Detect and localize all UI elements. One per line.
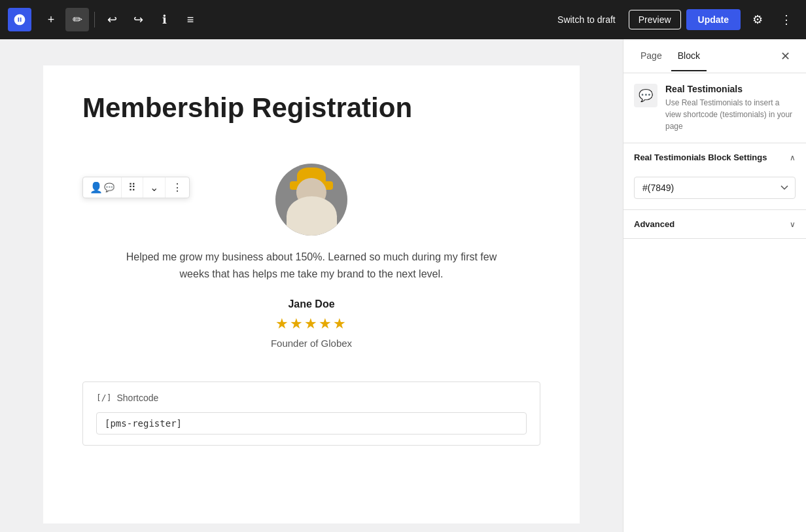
toolbar-divider-1 [94, 12, 95, 27]
tab-page[interactable]: Page [634, 41, 669, 71]
block-toolbar: 👤 💬 ⠿ ⌄ ⋮ [82, 177, 190, 198]
more-icon: ⋮ [172, 181, 183, 194]
block-settings-panel: Real Testimonials Block Settings ∧ #(784… [623, 143, 806, 210]
block-info-text: Real Testimonials Use Real Testimonials … [665, 84, 796, 132]
undo-button[interactable]: ↩ [100, 8, 124, 31]
shortcode-block: [/] Shortcode [82, 381, 540, 446]
shortcode-header: [/] Shortcode [96, 393, 527, 403]
page-title[interactable]: Membership Registration [82, 92, 540, 124]
block-info-section: 💬 Real Testimonials Use Real Testimonial… [623, 73, 806, 143]
testimonial-author-name: Jane Doe [82, 298, 540, 310]
drag-icon: ⠿ [128, 181, 136, 194]
chevron-down-icon: ⌄ [150, 181, 158, 194]
edit-tool-button[interactable]: ✏ [65, 8, 89, 31]
sidebar-close-button[interactable]: ✕ [775, 46, 796, 67]
block-settings-panel-body: #(7849) #(7850) #(7851) [623, 171, 806, 209]
avatar-image [275, 164, 347, 236]
testimonial-quote: Helped me grow my business about 150%. L… [122, 249, 501, 282]
sidebar-tabs: Page Block ✕ [623, 39, 806, 73]
testimonial-stars: ★★★★★ [82, 315, 540, 332]
comment-bubble-icon: 💬 [639, 88, 653, 103]
shortcode-label: Shortcode [116, 393, 158, 403]
main-toolbar: + ✏ ↩ ↪ ℹ ≡ Switch to draft Preview Upda… [0, 0, 806, 39]
advanced-chevron-icon: ∨ [790, 220, 796, 229]
comment-icon: 💬 [104, 183, 114, 192]
block-type-icon: 💬 [634, 84, 657, 107]
testimonial-view-select[interactable]: #(7849) #(7850) #(7851) [634, 177, 796, 199]
redo-button[interactable]: ↪ [126, 8, 150, 31]
info-button[interactable]: ℹ [152, 8, 176, 31]
update-button[interactable]: Update [686, 9, 741, 30]
shortcode-input[interactable] [96, 412, 527, 434]
editor-content: 👤 💬 ⠿ ⌄ ⋮ Membership Registration [43, 65, 580, 523]
preview-button[interactable]: Preview [629, 10, 681, 29]
block-person-icon-button[interactable]: 👤 💬 [83, 177, 122, 198]
switch-to-draft-button[interactable]: Switch to draft [550, 10, 623, 29]
block-move-down-button[interactable]: ⌄ [143, 177, 166, 198]
add-block-button[interactable]: + [39, 8, 63, 31]
avatar-body [287, 196, 337, 236]
editor-area: 👤 💬 ⠿ ⌄ ⋮ Membership Registration [0, 39, 623, 532]
shortcode-bracket-icon: [/] [96, 393, 111, 402]
block-settings-panel-header[interactable]: Real Testimonials Block Settings ∧ [623, 143, 806, 171]
tab-block[interactable]: Block [671, 41, 707, 71]
block-settings-chevron-icon: ∧ [790, 153, 796, 162]
block-drag-handle[interactable]: ⠿ [122, 177, 143, 198]
advanced-panel-title: Advanced [634, 219, 675, 229]
block-info-desc: Use Real Testimonials to insert a view s… [665, 97, 796, 132]
advanced-panel-header[interactable]: Advanced ∨ [623, 210, 806, 238]
more-options-button[interactable]: ⋮ [775, 8, 798, 31]
advanced-panel: Advanced ∨ [623, 210, 806, 239]
testimonial-author-role: Founder of Globex [82, 338, 540, 349]
block-settings-panel-title: Real Testimonials Block Settings [634, 152, 767, 162]
wp-logo[interactable] [8, 8, 31, 31]
block-more-options-button[interactable]: ⋮ [166, 177, 189, 198]
person-icon: 👤 [90, 181, 103, 194]
right-sidebar: Page Block ✕ 💬 Real Testimonials Use Rea… [623, 39, 806, 532]
settings-button[interactable]: ⚙ [746, 8, 769, 31]
block-info-title: Real Testimonials [665, 84, 796, 94]
list-view-button[interactable]: ≡ [179, 8, 202, 31]
avatar [275, 164, 347, 236]
toolbar-right: Switch to draft Preview Update ⚙ ⋮ [550, 8, 798, 31]
main-layout: 👤 💬 ⠿ ⌄ ⋮ Membership Registration [0, 39, 806, 532]
